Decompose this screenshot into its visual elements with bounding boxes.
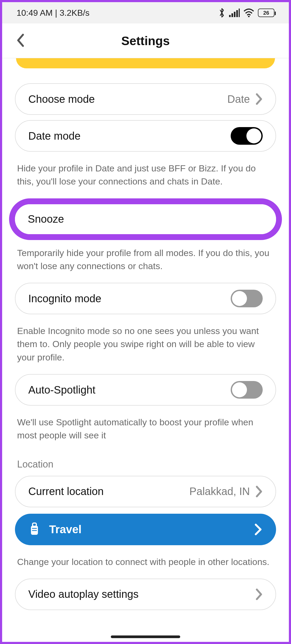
incognito-mode-description: Enable Incognito mode so no one sees you… (15, 320, 276, 374)
chevron-right-icon (256, 588, 263, 600)
svg-rect-2 (234, 12, 235, 17)
auto-spotlight-label: Auto-Spotlight (28, 384, 95, 396)
choose-mode-row[interactable]: Choose mode Date (15, 83, 276, 115)
choose-mode-label: Choose mode (28, 93, 95, 105)
back-button[interactable] (16, 34, 25, 48)
promo-banner-bottom[interactable] (16, 58, 275, 68)
svg-point-5 (248, 16, 250, 17)
svg-rect-3 (236, 10, 238, 17)
svg-rect-7 (33, 523, 36, 526)
current-location-value: Palakkad, IN (189, 485, 263, 497)
auto-spotlight-toggle[interactable] (231, 381, 263, 399)
video-autoplay-label: Video autoplay settings (28, 588, 139, 600)
snooze-description: Temporarily hide your profile from all m… (15, 242, 276, 283)
svg-rect-4 (239, 9, 240, 17)
video-autoplay-row[interactable]: Video autoplay settings (15, 579, 276, 610)
location-section-label: Location (15, 452, 276, 476)
svg-rect-1 (231, 13, 233, 17)
date-mode-toggle[interactable] (231, 127, 263, 145)
status-icons: 26 (218, 7, 274, 18)
snooze-label: Snooze (28, 213, 64, 225)
incognito-mode-toggle[interactable] (231, 290, 263, 307)
travel-description: Change your location to connect with peo… (15, 551, 276, 579)
incognito-mode-row[interactable]: Incognito mode (15, 283, 276, 314)
status-bar: 10:49 AM | 3.2KB/s 26 (2, 2, 289, 23)
cellular-signal-icon (229, 9, 240, 17)
page-title: Settings (121, 34, 170, 48)
svg-rect-0 (229, 15, 231, 17)
bluetooth-icon (218, 7, 225, 18)
luggage-icon (29, 522, 40, 537)
status-time: 10:49 AM | 3.2KB/s (17, 8, 89, 18)
travel-row[interactable]: Travel (15, 514, 276, 545)
snooze-row[interactable]: Snooze (15, 204, 276, 234)
date-mode-description: Hide your profile in Date and just use B… (15, 157, 276, 198)
app-header: Settings (2, 23, 289, 58)
current-location-label: Current location (28, 485, 104, 497)
battery-icon: 26 (258, 9, 274, 17)
snooze-highlight: Snooze (9, 198, 282, 240)
chevron-right-icon (256, 486, 263, 497)
chevron-right-icon (254, 523, 262, 536)
date-mode-label: Date mode (28, 130, 81, 142)
travel-label: Travel (49, 523, 81, 536)
auto-spotlight-row[interactable]: Auto-Spotlight (15, 374, 276, 406)
incognito-mode-label: Incognito mode (28, 293, 101, 305)
choose-mode-value: Date (227, 93, 263, 105)
auto-spotlight-description: We'll use Spotlight automatically to boo… (15, 411, 276, 452)
current-location-row[interactable]: Current location Palakkad, IN (15, 476, 276, 507)
wifi-icon (243, 9, 254, 17)
chevron-right-icon (256, 93, 263, 105)
date-mode-row[interactable]: Date mode (15, 120, 276, 152)
home-indicator[interactable] (111, 635, 180, 638)
